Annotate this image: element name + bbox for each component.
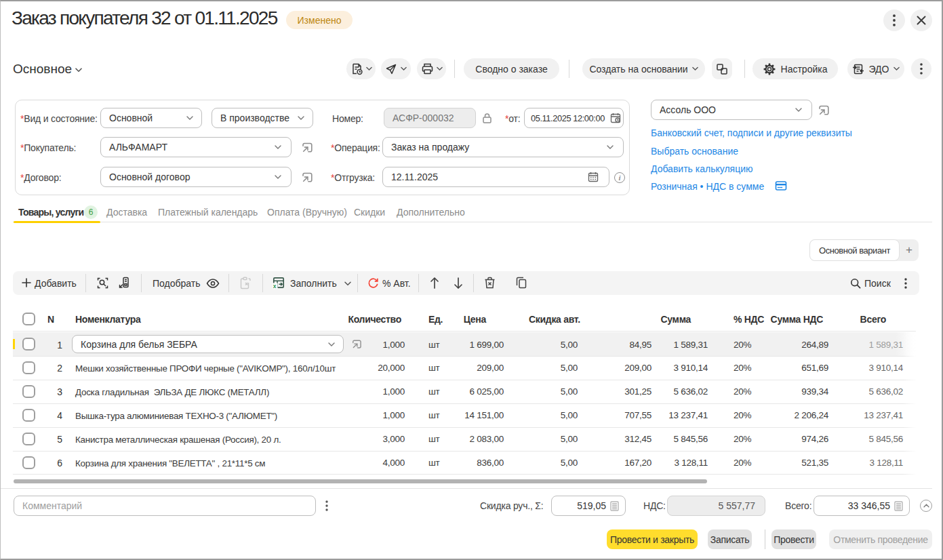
svg-text:x: x [273, 283, 277, 289]
